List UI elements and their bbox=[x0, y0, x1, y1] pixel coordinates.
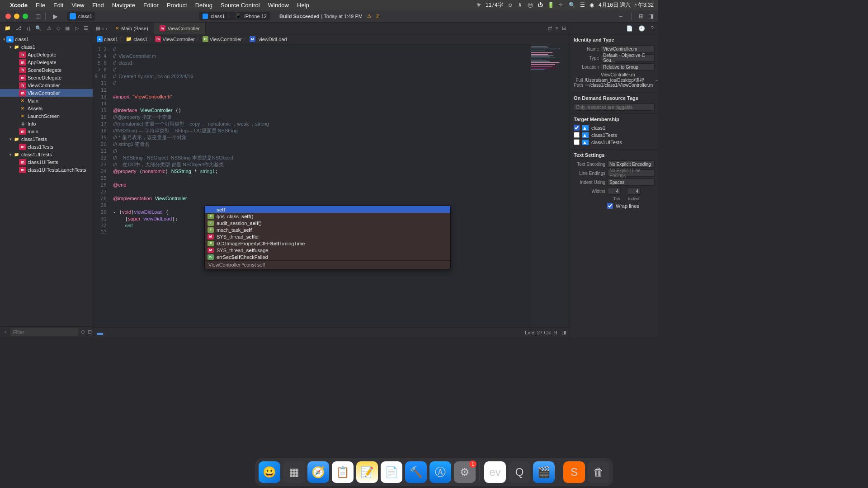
line-endings-select[interactable]: No Explicit Line Endings bbox=[607, 169, 655, 177]
library-icon[interactable]: ⊞ bbox=[639, 13, 644, 19]
debug-filter-icon[interactable]: ▬ bbox=[97, 329, 103, 336]
tree-item-launchscreen[interactable]: ✕LaunchScreen bbox=[0, 112, 93, 120]
breakpoint-nav-icon[interactable]: ▷ bbox=[75, 25, 79, 31]
autocomplete-item[interactable]: self bbox=[205, 206, 450, 213]
tree-item-appdelegate[interactable]: mAppDelegate bbox=[0, 58, 93, 66]
symbol-nav-icon[interactable]: {} bbox=[27, 26, 30, 31]
jump-bar[interactable]: ▲ class1〉 📁 class1〉 m ViewController〉 C … bbox=[93, 34, 570, 44]
autocomplete-item[interactable]: Fmach_task_self bbox=[205, 226, 450, 233]
scheme-selector[interactable]: class1 bbox=[67, 12, 95, 21]
tree-item-class1[interactable]: ▾📁class1 bbox=[0, 43, 93, 51]
history-inspector-icon[interactable]: 🕘 bbox=[638, 25, 645, 32]
control-icon[interactable]: ⏻ bbox=[538, 2, 543, 8]
debug-nav-icon[interactable]: ▦ bbox=[65, 25, 70, 31]
code-editor[interactable]: 1 2 3 4 5 6 7 8 9 10 11 12 13 14 15 16 1… bbox=[93, 44, 570, 327]
menu-app[interactable]: Xcode bbox=[10, 2, 28, 9]
tab-width[interactable]: 4 bbox=[607, 188, 621, 195]
inspector-toggle-icon[interactable]: ◨ bbox=[648, 13, 654, 19]
autocomplete-item[interactable]: Fqos_class_self() bbox=[205, 213, 450, 220]
type-select[interactable]: Default - Objective-C Sou... bbox=[601, 54, 655, 61]
tab-main[interactable]: ✕ Main (Base) bbox=[110, 23, 154, 34]
clock[interactable]: 4月16日 週六 下午3:32 bbox=[599, 1, 654, 9]
user-icon[interactable]: ☺ bbox=[508, 2, 513, 8]
minimap[interactable] bbox=[529, 44, 570, 327]
tree-item-viewcontroller[interactable]: mViewController bbox=[0, 89, 93, 97]
close-button[interactable] bbox=[5, 14, 11, 19]
report-nav-icon[interactable]: ☰ bbox=[84, 25, 88, 31]
location-select[interactable]: Relative to Group bbox=[601, 63, 655, 70]
add-file-icon[interactable]: ＋ bbox=[3, 328, 8, 335]
autocomplete-item[interactable]: FkCGImagePropertyCIFFSelfTimingTime bbox=[205, 240, 450, 247]
source-nav-icon[interactable]: ⎇ bbox=[16, 25, 22, 31]
menu-debug[interactable]: Debug bbox=[195, 2, 212, 9]
sidebar-toggle-icon[interactable]: ◫ bbox=[33, 13, 42, 19]
find-nav-icon[interactable]: 🔍 bbox=[35, 25, 42, 31]
adjust-editor-icon[interactable]: ⇄ bbox=[548, 25, 552, 31]
add-editor-icon[interactable]: ⊞ bbox=[562, 25, 566, 31]
tree-item-main[interactable]: ✕Main bbox=[0, 97, 93, 104]
wrap-lines-checkbox[interactable] bbox=[607, 203, 613, 209]
tab-viewcontroller[interactable]: m ViewController bbox=[154, 23, 206, 34]
filter-input[interactable] bbox=[10, 328, 78, 336]
tree-item-class1tests[interactable]: ▾📁class1Tests bbox=[0, 135, 93, 143]
battery-icon[interactable]: 🔋 bbox=[547, 2, 554, 8]
control-center-icon[interactable]: ☰ bbox=[580, 2, 585, 8]
target-class1[interactable]: ▲class1 bbox=[574, 125, 655, 131]
menu-edit[interactable]: Edit bbox=[53, 2, 63, 9]
tree-item-class1tests[interactable]: mclass1Tests bbox=[0, 143, 93, 150]
menu-help[interactable]: Help bbox=[297, 2, 309, 9]
wifi-icon[interactable]: ᯤ bbox=[559, 2, 564, 8]
reveal-icon[interactable]: → bbox=[655, 78, 658, 83]
add-button[interactable]: ＋ bbox=[618, 12, 624, 20]
menu-navigate[interactable]: Navigate bbox=[112, 2, 135, 9]
siri-icon[interactable]: ◉ bbox=[590, 2, 594, 8]
name-field[interactable]: ViewController.m bbox=[601, 45, 655, 52]
autocomplete-item[interactable]: Faudit_session_self() bbox=[205, 220, 450, 226]
indent-select[interactable]: Spaces bbox=[607, 178, 655, 186]
issue-nav-icon[interactable]: ⚠ bbox=[47, 25, 52, 31]
run-button[interactable]: ▶ bbox=[53, 13, 58, 20]
tree-item-class1uitestslaunchtests[interactable]: mclass1UITestsLaunchTests bbox=[0, 166, 93, 174]
menu-editor[interactable]: Editor bbox=[143, 2, 159, 9]
related-items-icon[interactable]: ▦ bbox=[96, 25, 100, 31]
autocomplete-item[interactable]: MSYS_thread_selfusage bbox=[205, 247, 450, 253]
indent-width[interactable]: 4 bbox=[627, 188, 641, 195]
file-inspector-icon[interactable]: 📄 bbox=[626, 25, 633, 32]
back-icon[interactable]: ‹ bbox=[102, 26, 104, 31]
tree-item-viewcontroller[interactable]: hViewController bbox=[0, 81, 93, 89]
code-content[interactable]: // // ViewController.m // class1 // // C… bbox=[109, 44, 529, 327]
forward-icon[interactable]: › bbox=[106, 26, 108, 31]
target-class1Tests[interactable]: ▲class1Tests bbox=[574, 132, 655, 138]
canvas-icon[interactable]: ◨ bbox=[561, 329, 566, 335]
tree-item-class1uitests[interactable]: mclass1UITests bbox=[0, 158, 93, 166]
menu-window[interactable]: Window bbox=[268, 2, 289, 9]
maximize-button[interactable] bbox=[23, 14, 28, 19]
editor-options-icon[interactable]: ≡ bbox=[556, 25, 558, 31]
menu-view[interactable]: View bbox=[71, 2, 84, 9]
input-icon[interactable]: ㊥ bbox=[528, 1, 533, 9]
tree-item-scenedelegate[interactable]: mSceneDelegate bbox=[0, 74, 93, 81]
menu-source-control[interactable]: Source Control bbox=[221, 2, 260, 9]
menu-find[interactable]: Find bbox=[92, 2, 104, 9]
encoding-select[interactable]: No Explicit Encoding bbox=[607, 160, 655, 168]
recent-filter-icon[interactable]: ⊙ bbox=[81, 329, 85, 335]
mic-icon[interactable]: 🎙 bbox=[518, 2, 523, 8]
run-destination[interactable]: class1 〉 📱 iPhone 12 bbox=[199, 12, 270, 20]
autocomplete-popup[interactable]: selfFqos_class_self()Faudit_session_self… bbox=[204, 206, 451, 269]
scm-filter-icon[interactable]: ⊡ bbox=[88, 329, 92, 335]
tree-item-class1uitests[interactable]: ▾📁class1UITests bbox=[0, 150, 93, 158]
help-inspector-icon[interactable]: ? bbox=[651, 25, 654, 32]
tree-item-appdelegate[interactable]: hAppDelegate bbox=[0, 51, 93, 58]
tree-item-assets[interactable]: ✕Assets bbox=[0, 104, 93, 112]
tree-item-class1[interactable]: ▾▲class1 bbox=[0, 35, 93, 43]
menu-product[interactable]: Product bbox=[167, 2, 187, 9]
tree-item-main[interactable]: mmain bbox=[0, 127, 93, 135]
menu-file[interactable]: File bbox=[36, 2, 45, 9]
status-icon[interactable]: ✳︎ bbox=[476, 2, 481, 8]
tree-item-info[interactable]: ⎙Info bbox=[0, 120, 93, 127]
autocomplete-item[interactable]: MSYS_thread_selfid bbox=[205, 233, 450, 240]
tree-item-scenedelegate[interactable]: hSceneDelegate bbox=[0, 66, 93, 74]
warning-icon[interactable]: ⚠ bbox=[367, 13, 372, 19]
target-class1UITests[interactable]: ▲class1UITests bbox=[574, 139, 655, 145]
search-icon[interactable]: 🔍 bbox=[569, 2, 576, 8]
